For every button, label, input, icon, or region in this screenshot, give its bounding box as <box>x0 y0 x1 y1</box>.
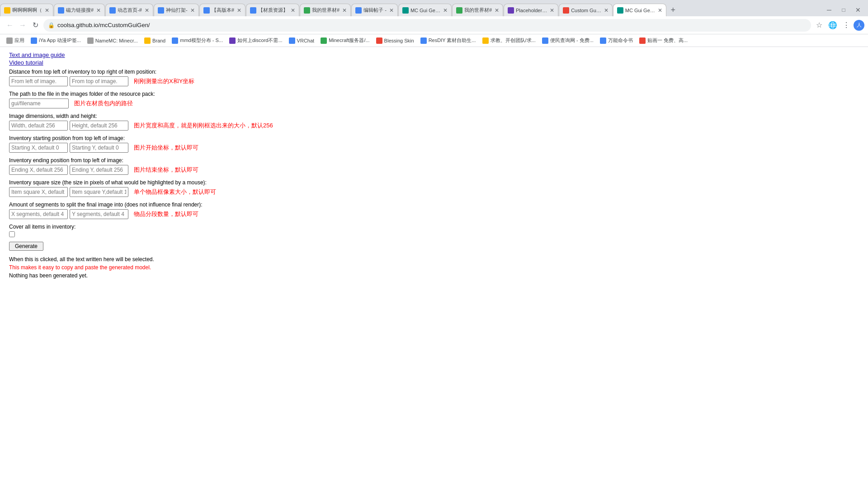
bookmark-namemc[interactable]: NameMC: Minecr... <box>85 37 141 45</box>
end-x-input[interactable] <box>9 165 68 175</box>
path-label: The path to the file in the images folde… <box>9 91 859 97</box>
new-tab-button[interactable]: + <box>667 4 679 16</box>
segments-y-input[interactable] <box>70 209 128 219</box>
tab-close-4[interactable]: ✕ <box>188 7 195 14</box>
back-button[interactable]: ← <box>4 19 16 32</box>
tab-close-1[interactable]: ✕ <box>42 7 49 14</box>
tab-favicon-5 <box>203 7 210 14</box>
tab-close-7[interactable]: ✕ <box>340 7 347 14</box>
bookmark-label-namemc: NameMC: Minecr... <box>95 38 138 43</box>
path-input[interactable] <box>9 98 69 108</box>
tab-close-10[interactable]: ✕ <box>492 7 499 14</box>
segments-label: Amount of segments to split the final im… <box>9 202 859 208</box>
tab-favicon-7 <box>304 7 310 14</box>
tab-close-11[interactable]: ✕ <box>547 7 554 14</box>
output-line-3: Nothing has been generated yet. <box>9 272 859 280</box>
bookmark-minecraft[interactable]: Minecraft服务器/... <box>318 36 372 45</box>
profile-icon[interactable]: 人 <box>854 20 864 31</box>
bookmark-label-discord: 如何上discord不需... <box>237 37 283 44</box>
generate-button[interactable]: Generate <box>9 242 43 251</box>
tab-label-1: 啊啊啊啊啊（ <box>12 7 42 14</box>
bookmark-label-brand: Brand <box>152 38 165 43</box>
minimize-button[interactable]: ─ <box>823 4 835 16</box>
tab-close-9[interactable]: ✕ <box>440 7 448 14</box>
bookmark-iya[interactable]: iYa App 动漫IP签... <box>28 36 84 45</box>
tab-label-9: MC Gui Ge… <box>410 8 440 13</box>
video-tutorial-link[interactable]: Video tutorial <box>9 59 859 66</box>
path-annotation: 图片在材质包内的路径 <box>74 99 133 108</box>
tab-2[interactable]: 磁力链接搜# ✕ <box>54 4 105 16</box>
tab-close-12[interactable]: ✕ <box>601 7 609 14</box>
address-bar[interactable]: 🔒 coolsa.github.io/mcCustomGuiGen/ <box>43 19 811 32</box>
tab-3[interactable]: 动态首页-# ✕ <box>105 4 153 16</box>
end-y-input[interactable] <box>70 165 128 175</box>
bookmark-label-waneng: 万能命令书 <box>608 37 633 44</box>
cover-checkbox[interactable] <box>9 231 15 237</box>
bookmark-label-apps: 应用 <box>14 37 24 44</box>
section-dimensions: Image dimensions, width and height: 图片宽度… <box>9 113 859 131</box>
bookmark-label-vrchat: VRChat <box>297 38 315 43</box>
bookmark-bianmin[interactable]: 便民查询网 - 免费... <box>539 36 596 45</box>
tab-close-2[interactable]: ✕ <box>94 7 101 14</box>
bookmark-discord[interactable]: 如何上discord不需... <box>226 36 285 45</box>
tab-10[interactable]: 我的世界材# ✕ <box>452 4 503 16</box>
bookmark-waneng[interactable]: 万能命令书 <box>597 36 636 45</box>
segments-x-input[interactable] <box>9 209 68 219</box>
bookmark-favicon-brand <box>144 37 151 44</box>
tab-7[interactable]: 我的世界材# ✕ <box>300 4 351 16</box>
bookmark-tiehua[interactable]: 贴画一 免费、高... <box>637 36 690 45</box>
tab-11[interactable]: Placeholder… ✕ <box>504 4 558 16</box>
tab-5[interactable]: 【高版本# ✕ <box>199 4 245 16</box>
tab-8[interactable]: 编辑帖子 - ✕ <box>351 4 398 16</box>
tab-close-6[interactable]: ✕ <box>288 7 295 14</box>
tab-13[interactable]: MC Gui Ge… ✕ <box>613 4 666 16</box>
square-x-input[interactable] <box>9 187 68 197</box>
tab-1[interactable]: 啊啊啊啊啊（ ✕ <box>0 4 53 16</box>
bookmark-favicon-resdiy <box>420 37 427 44</box>
maximize-button[interactable]: □ <box>837 4 850 16</box>
bookmark-favicon-apps <box>6 37 13 44</box>
tab-favicon-6 <box>250 7 256 14</box>
distance-x-input[interactable] <box>9 76 68 86</box>
bookmark-favicon-waneng <box>600 37 606 44</box>
bookmark-mmd[interactable]: mmd模型分布 - S... <box>169 36 226 45</box>
settings-icon[interactable]: ⋮ <box>840 19 853 32</box>
square-y-input[interactable] <box>70 187 128 197</box>
address-text: coolsa.github.io/mcCustomGuiGen/ <box>57 22 807 28</box>
forward-button[interactable]: → <box>16 19 29 32</box>
distance-inputs-row: 刚刚测量出的X和Y坐标 <box>9 76 859 86</box>
start-x-input[interactable] <box>9 143 68 153</box>
bookmark-blessing[interactable]: Blessing Skin <box>373 37 417 45</box>
output-line-1: When this is clicked, all the text writt… <box>9 255 859 263</box>
translate-icon[interactable]: 🌐 <box>826 19 839 32</box>
start-y-input[interactable] <box>70 143 128 153</box>
text-image-guide-link[interactable]: Text and image guide <box>9 52 859 58</box>
bookmark-apps[interactable]: 应用 <box>4 36 27 45</box>
tab-close-3[interactable]: ✕ <box>142 7 149 14</box>
tab-12[interactable]: Custom Gu… ✕ <box>559 4 613 16</box>
close-window-button[interactable]: ✕ <box>852 4 864 16</box>
bookmark-brand[interactable]: Brand <box>142 37 168 45</box>
distance-y-input[interactable] <box>70 76 128 86</box>
cover-checkbox-area <box>9 231 859 237</box>
bookmark-label-bianmin: 便民查询网 - 免费... <box>550 37 594 44</box>
tab-close-8[interactable]: ✕ <box>387 7 394 14</box>
width-input[interactable] <box>9 121 68 131</box>
start-pos-label: Inventory starting position from top lef… <box>9 135 859 141</box>
bookmark-vrchat[interactable]: VRChat <box>286 37 317 45</box>
tab-9[interactable]: MC Gui Ge… ✕ <box>398 4 452 16</box>
tab-close-13[interactable]: ✕ <box>655 7 662 14</box>
bookmark-button[interactable]: ☆ <box>813 19 826 32</box>
segments-inputs-row: 物品分段数量，默认即可 <box>9 209 859 219</box>
tab-4[interactable]: 神仙打架- ✕ <box>154 4 199 16</box>
bookmark-resdiy[interactable]: ResDIY 素材自助生... <box>418 36 479 45</box>
height-input[interactable] <box>70 121 128 131</box>
end-pos-label: Inventory ending position from top left … <box>9 157 859 164</box>
tab-close-5[interactable]: ✕ <box>234 7 241 14</box>
tab-6[interactable]: 【材质资源】 ✕ <box>246 4 299 16</box>
reload-button[interactable]: ↻ <box>29 19 42 32</box>
square-size-label: Inventory square size (the size in pixel… <box>9 179 859 186</box>
section-square-size: Inventory square size (the size in pixel… <box>9 179 859 197</box>
tab-favicon-3 <box>109 7 116 14</box>
bookmark-qiujiao[interactable]: 求教、开创团队/求... <box>480 36 538 45</box>
